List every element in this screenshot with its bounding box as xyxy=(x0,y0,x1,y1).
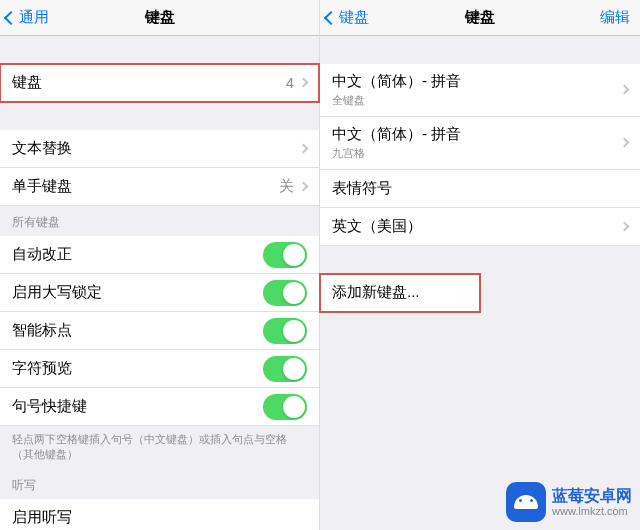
keyboard-row[interactable]: 英文（美国） xyxy=(320,208,640,246)
cell-label: 启用大写锁定 xyxy=(12,283,102,302)
toggle-switch[interactable] xyxy=(263,394,307,420)
auto-correct-cell: 自动改正 xyxy=(0,236,319,274)
toggle-switch[interactable] xyxy=(263,318,307,344)
chevron-right-icon xyxy=(299,144,309,154)
chevron-right-icon xyxy=(299,78,309,88)
cell-value: 关 xyxy=(279,177,294,196)
watermark-url: www.lmkzt.com xyxy=(552,505,632,517)
cell-label: 启用听写 xyxy=(12,508,72,527)
char-preview-cell: 字符预览 xyxy=(0,350,319,388)
period-shortcut-cell: 句号快捷键 xyxy=(0,388,319,426)
nav-bar: 键盘 键盘 编辑 xyxy=(320,0,640,36)
back-label: 通用 xyxy=(19,8,49,27)
chevron-right-icon xyxy=(620,288,630,298)
cell-label: 字符预览 xyxy=(12,359,72,378)
keyboards-list-pane: 键盘 键盘 编辑 中文（简体）- 拼音 全键盘 中文（简体）- 拼音 九宫格 表… xyxy=(320,0,640,530)
keyboard-row[interactable]: 表情符号 xyxy=(320,170,640,208)
cell-label: 文本替换 xyxy=(12,139,72,158)
cell-sublabel: 九宫格 xyxy=(332,146,365,161)
toggle-switch[interactable] xyxy=(263,356,307,382)
toggle-switch[interactable] xyxy=(263,280,307,306)
keyboard-row[interactable]: 中文（简体）- 拼音 全键盘 xyxy=(320,64,640,117)
chevron-right-icon xyxy=(620,85,630,95)
keyboards-cell[interactable]: 键盘 4 xyxy=(0,64,319,102)
smart-punct-cell: 智能标点 xyxy=(0,312,319,350)
page-title: 键盘 xyxy=(465,8,495,27)
toggle-switch[interactable] xyxy=(263,242,307,268)
footer-note: 轻点两下空格键插入句号（中文键盘）或插入句点与空格（其他键盘） xyxy=(0,426,319,469)
nav-bar: 通用 键盘 xyxy=(0,0,319,36)
cell-label: 中文（简体）- 拼音 xyxy=(332,125,461,144)
section-header: 所有键盘 xyxy=(0,206,319,236)
back-button[interactable]: 键盘 xyxy=(326,8,369,27)
cell-label: 中文（简体）- 拼音 xyxy=(332,72,461,91)
cell-label: 表情符号 xyxy=(332,179,392,198)
watermark-title: 蓝莓安卓网 xyxy=(552,487,632,505)
chevron-right-icon xyxy=(620,222,630,232)
cell-label: 句号快捷键 xyxy=(12,397,87,416)
watermark: 蓝莓安卓网 www.lmkzt.com xyxy=(506,482,632,522)
cell-label: 智能标点 xyxy=(12,321,72,340)
caps-lock-cell: 启用大写锁定 xyxy=(0,274,319,312)
chevron-left-icon xyxy=(4,10,18,24)
cell-label: 自动改正 xyxy=(12,245,72,264)
android-icon xyxy=(506,482,546,522)
one-hand-cell[interactable]: 单手键盘 关 xyxy=(0,168,319,206)
section-header: 听写 xyxy=(0,469,319,499)
cell-value: 4 xyxy=(286,74,294,91)
chevron-left-icon xyxy=(324,10,338,24)
keyboard-row[interactable]: 中文（简体）- 拼音 九宫格 xyxy=(320,117,640,170)
cell-label: 添加新键盘... xyxy=(332,283,420,302)
cell-label: 英文（美国） xyxy=(332,217,422,236)
back-label: 键盘 xyxy=(339,8,369,27)
cell-label: 键盘 xyxy=(12,73,42,92)
page-title: 键盘 xyxy=(145,8,175,27)
text-replace-cell[interactable]: 文本替换 xyxy=(0,130,319,168)
add-keyboard-cell[interactable]: 添加新键盘... xyxy=(320,274,480,312)
cell-label: 单手键盘 xyxy=(12,177,72,196)
chevron-right-icon xyxy=(620,138,630,148)
dictation-cell: 启用听写 xyxy=(0,499,319,530)
back-button[interactable]: 通用 xyxy=(6,8,49,27)
chevron-right-icon xyxy=(299,182,309,192)
cell-sublabel: 全键盘 xyxy=(332,93,365,108)
settings-keyboard-pane: 通用 键盘 键盘 4 文本替换 单手键盘 关 所有键盘 自动改正 xyxy=(0,0,320,530)
edit-button[interactable]: 编辑 xyxy=(600,8,630,27)
